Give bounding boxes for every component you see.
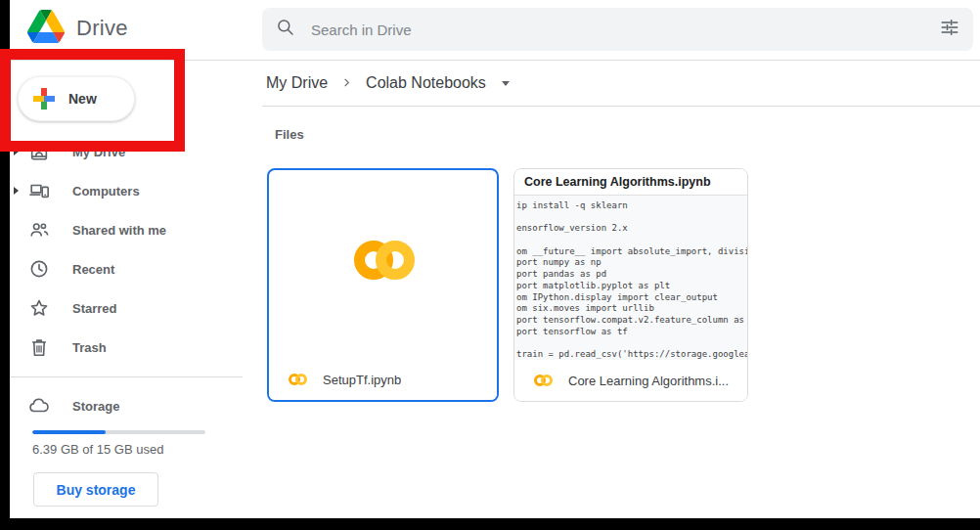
sidebar-item-label: Starred [72,301,117,316]
sidebar-item-computers[interactable]: Computers [10,171,252,210]
storage-progressbar [32,430,205,434]
file-preview-title: Core Learning Algorithms.ipynb [524,175,711,189]
sidebar-nav: My Drive Computers Shared with me [10,132,252,367]
sidebar-item-label: Recent [72,262,114,277]
search-options-icon[interactable] [940,18,959,41]
code-line: port pandas as pd [516,269,747,281]
code-line: port matplotlib.pyplot as plt [516,281,747,292]
new-button-label: New [68,91,97,107]
code-line: ip install -q sklearn [516,200,747,212]
sidebar-item-label: Shared with me [72,223,166,238]
folder-menu-caret-icon[interactable] [502,81,510,86]
search-input[interactable]: Search in Drive [262,8,973,51]
code-line: om IPython.display import clear_output [516,292,747,304]
storage-cloud-icon [28,395,50,417]
code-line [516,337,747,349]
code-line: train = pd.read_csv('https://storage.goo… [516,349,747,360]
file-preview [269,170,497,359]
storage-progress-fill [32,430,106,434]
code-line: om six.moves import urllib [516,303,747,315]
file-name: SetupTf.ipynb [323,373,401,387]
sidebar-item-recent[interactable]: Recent [10,249,252,288]
left-black-strip [0,0,10,530]
breadcrumb-current-folder[interactable]: Colab Notebooks [366,74,486,92]
starred-icon [28,297,50,319]
new-button[interactable]: New [18,76,135,121]
sidebar: New My Drive Computers [10,0,252,530]
my-drive-icon [28,141,50,162]
buy-storage-label: Buy storage [57,482,136,498]
search-placeholder: Search in Drive [311,22,940,38]
plus-icon [33,88,55,110]
breadcrumb-my-drive[interactable]: My Drive [266,74,328,92]
search-icon[interactable] [276,18,295,41]
files-section-label: Files [275,127,304,142]
file-card-footer: SetupTf.ipynb [269,359,497,400]
sidebar-divider [10,376,243,377]
code-line [516,212,747,224]
sidebar-item-label: Computers [72,184,140,199]
sidebar-item-storage[interactable]: Storage [28,386,244,425]
sidebar-item-trash[interactable]: Trash [10,328,252,367]
colab-file-icon [534,375,553,386]
expand-caret-icon[interactable] [10,148,28,155]
computers-icon [28,180,50,201]
breadcrumb: My Drive Colab Notebooks [266,74,510,92]
bottom-black-strip [0,518,980,530]
trash-icon [28,336,50,358]
code-line [516,235,747,246]
colab-logo [354,241,415,280]
code-line: port tensorflow as tf [516,327,747,338]
code-line: om __future__ import absolute_import, di… [516,246,747,258]
code-line: port numpy as np [516,257,747,269]
storage-usage-text: 6.39 GB of 15 GB used [32,442,163,457]
recent-icon [28,258,50,280]
buy-storage-button[interactable]: Buy storage [33,472,158,507]
sidebar-item-label: My Drive [72,145,125,159]
sidebar-item-starred[interactable]: Starred [10,288,252,328]
sidebar-item-label: Trash [72,340,107,355]
storage-label: Storage [72,399,119,414]
colab-file-icon [289,374,307,385]
expand-caret-icon[interactable] [10,187,28,195]
sidebar-item-my-drive[interactable]: My Drive [10,132,252,171]
file-name: Core Learning Algorithms.i... [568,374,729,388]
file-card-setuptf[interactable]: SetupTf.ipynb [267,168,499,402]
shared-with-me-icon [28,219,50,241]
content-divider [262,106,980,107]
file-preview-title-bar: Core Learning Algorithms.ipynb [514,169,747,196]
file-card-core-learning-algorithms[interactable]: Core Learning Algorithms.ipynb ip instal… [513,168,748,402]
file-card-footer: Core Learning Algorithms.i... [514,360,747,401]
file-preview-code: ip install -q sklearn ensorflow_version … [514,196,747,360]
chevron-right-icon [341,74,352,92]
drive-window: Drive Search in Drive New My Drive [0,0,980,530]
code-line: ensorflow_version 2.x [516,223,747,235]
sidebar-item-shared-with-me[interactable]: Shared with me [10,210,252,249]
code-line: port tensorflow.compat.v2.feature_column… [516,315,747,327]
